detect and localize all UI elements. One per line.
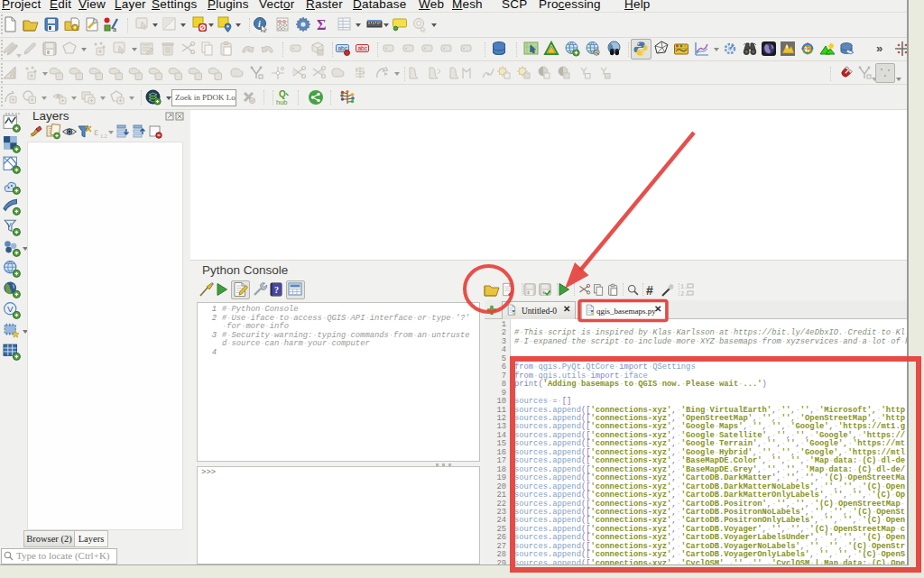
svg-text:?: ? — [274, 285, 279, 295]
svg-text:Σ: Σ — [317, 17, 326, 32]
svg-text:2.: 2. — [680, 290, 688, 298]
svg-text:i: i — [258, 19, 261, 29]
svg-text:a: a — [113, 26, 116, 32]
svg-text:#: # — [646, 283, 653, 298]
svg-text:1.2: 1.2 — [100, 133, 107, 139]
svg-text:V: V — [6, 221, 12, 229]
svg-text:1.: 1. — [680, 283, 688, 290]
svg-text:hub: hub — [276, 98, 288, 106]
svg-text:V: V — [7, 304, 14, 314]
svg-text:abc: abc — [358, 45, 368, 51]
svg-text:ε: ε — [94, 125, 98, 138]
